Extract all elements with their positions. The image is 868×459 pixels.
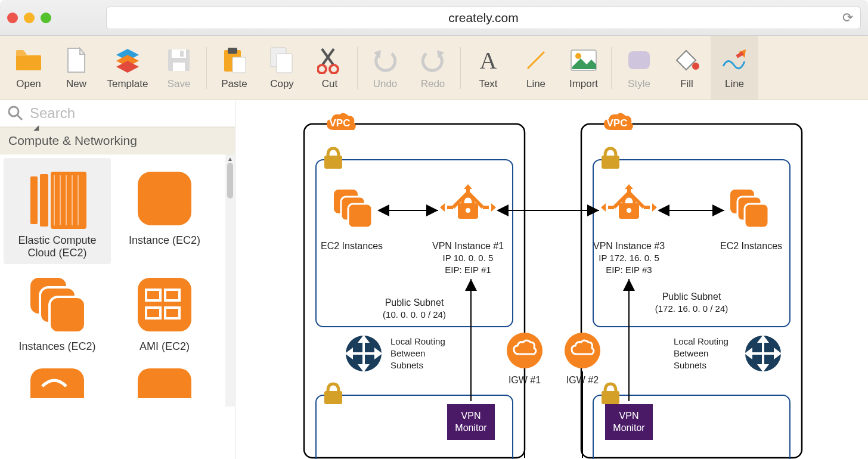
line-style-label: Line	[725, 78, 744, 90]
toolbar-separator	[611, 47, 612, 89]
shape-label: AMI (EC2)	[116, 340, 213, 353]
redo-button[interactable]: Redo	[409, 36, 457, 100]
svg-rect-61	[745, 204, 768, 228]
igw-node[interactable]	[507, 333, 542, 368]
svg-rect-15	[628, 51, 650, 69]
maximize-window-button[interactable]	[41, 13, 51, 23]
undo-button[interactable]: Undo	[361, 36, 409, 100]
svg-point-46	[466, 208, 470, 213]
template-button[interactable]: Template	[100, 36, 155, 100]
undo-label: Undo	[373, 78, 398, 90]
line-style-icon	[721, 46, 748, 75]
shape-instances[interactable]: Instances (EC2)	[4, 264, 111, 358]
shape-partial-2[interactable]	[111, 358, 218, 403]
ec2-instances-node[interactable]	[334, 190, 372, 228]
shape-label: Elastic Compute Cloud (EC2)	[8, 234, 106, 259]
svg-point-10	[330, 65, 338, 73]
svg-rect-32	[138, 278, 191, 331]
copy-icon	[269, 46, 294, 75]
vpn-instance-node[interactable]	[440, 184, 496, 219]
shape-partial-1[interactable]	[4, 358, 111, 403]
subnet-title: Public Subnet	[385, 297, 444, 308]
copy-button[interactable]: Copy	[258, 36, 306, 100]
cut-button[interactable]: Cut	[306, 36, 354, 100]
text-icon: A	[476, 46, 500, 75]
style-button[interactable]: Style	[615, 36, 663, 100]
svg-rect-22	[51, 172, 86, 229]
line-tool-button[interactable]: Line	[512, 36, 560, 100]
lock-icon	[602, 148, 619, 169]
shape-instance[interactable]: Instance (EC2)	[111, 158, 218, 264]
redo-icon	[420, 46, 445, 75]
style-label: Style	[628, 78, 650, 90]
text-tool-button[interactable]: A Text	[464, 36, 512, 100]
shape-ec2-cloud[interactable]: Elastic Compute Cloud (EC2)	[4, 158, 111, 264]
shapes-scrollbar[interactable]: ▲	[225, 154, 235, 407]
vpn-monitor-node[interactable]	[605, 404, 653, 440]
instance-icon	[116, 163, 213, 234]
vpn-monitor-node[interactable]	[447, 404, 495, 440]
redo-label: Redo	[421, 78, 445, 90]
svg-rect-3	[180, 51, 184, 57]
import-icon	[570, 46, 597, 75]
svg-point-58	[627, 208, 631, 213]
vpn-eip: EIP: EIP #1	[445, 265, 491, 275]
cut-icon	[317, 46, 342, 75]
svg-rect-68	[605, 404, 653, 440]
toolbar-separator	[206, 47, 207, 89]
svg-line-12	[528, 52, 544, 69]
line-tool-label: Line	[526, 78, 545, 90]
line-style-button[interactable]: Line	[711, 36, 758, 100]
style-icon	[626, 46, 652, 75]
svg-rect-53	[447, 404, 495, 440]
copy-label: Copy	[270, 78, 294, 90]
import-button[interactable]: Import	[560, 36, 607, 100]
igw-node[interactable]	[565, 333, 600, 368]
new-button[interactable]: New	[52, 36, 100, 100]
open-label: Open	[16, 78, 41, 90]
instances-icon	[8, 269, 106, 340]
svg-rect-2	[173, 63, 185, 71]
svg-point-65	[565, 333, 600, 368]
svg-point-18	[9, 107, 18, 116]
fill-button[interactable]: Fill	[663, 36, 711, 100]
subnet-cidr: (10. 0. 0. 0 / 24)	[383, 309, 446, 320]
line-icon	[524, 46, 548, 75]
routing-r-l2: Between	[674, 348, 708, 358]
paste-button[interactable]: Paste	[210, 36, 258, 100]
url-bar[interactable]: creately.com ⟳	[106, 7, 861, 29]
shape-ami[interactable]: AMI (EC2)	[111, 264, 218, 358]
router-node[interactable]	[745, 336, 781, 371]
svg-rect-44	[348, 204, 372, 228]
scrollbar-thumb[interactable]	[227, 163, 233, 199]
subnet-cidr-r: (172. 16. 0. 0 / 24)	[655, 303, 728, 314]
subnet-title-r: Public Subnet	[662, 291, 721, 302]
open-button[interactable]: Open	[5, 36, 52, 100]
fill-label: Fill	[680, 78, 693, 90]
search-row: ◢	[0, 100, 235, 127]
ec2-instances-node[interactable]	[730, 190, 768, 228]
reload-icon[interactable]: ⟳	[842, 10, 853, 26]
search-icon	[7, 105, 24, 122]
vpc-label: VPC	[330, 117, 351, 129]
svg-rect-8	[277, 54, 292, 73]
router-node[interactable]	[346, 336, 382, 371]
routing-r-l3: Subnets	[674, 360, 706, 370]
svg-rect-31	[49, 297, 85, 333]
collapse-arrow-icon[interactable]: ◢	[33, 123, 39, 132]
close-window-button[interactable]	[7, 13, 18, 23]
search-input[interactable]	[30, 105, 228, 122]
shapes-panel: Elastic Compute Cloud (EC2) Instance (EC…	[0, 154, 235, 407]
paste-icon	[222, 46, 247, 75]
template-icon	[114, 46, 141, 75]
scroll-up-arrow-icon[interactable]: ▲	[227, 156, 233, 162]
browser-title-bar: creately.com ⟳	[0, 0, 868, 36]
diagram-canvas[interactable]: VPC EC2 Instances VPN Instance #1 IP 10.…	[235, 100, 868, 459]
minimize-window-button[interactable]	[24, 13, 35, 23]
svg-rect-1	[172, 49, 186, 58]
save-button[interactable]: Save	[155, 36, 203, 100]
svg-rect-52	[324, 391, 342, 404]
vpn-instance-node[interactable]	[601, 184, 657, 219]
svg-rect-67	[602, 391, 619, 404]
vpn-title-r: VPN Instance #3	[593, 241, 665, 251]
